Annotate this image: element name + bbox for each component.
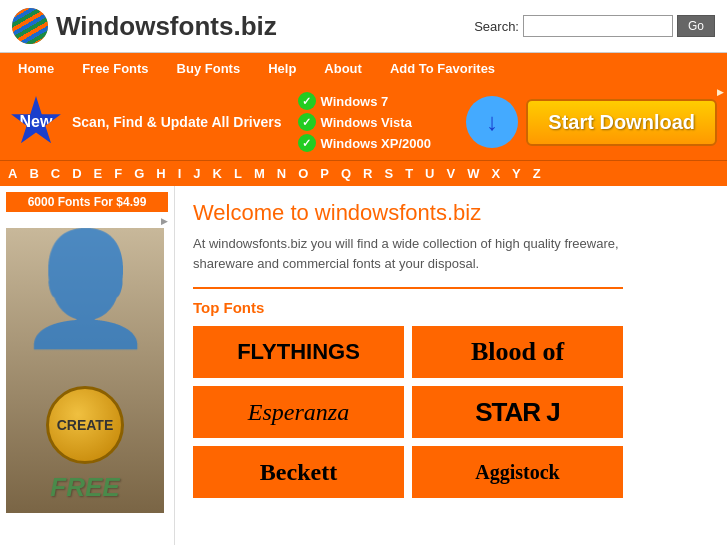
font-name: Beckett — [260, 459, 337, 486]
welcome-description: At windowsfonts.biz you will find a wide… — [193, 234, 623, 273]
alpha-letter-E[interactable]: E — [88, 164, 109, 183]
start-download-button[interactable]: Start Download — [526, 99, 717, 146]
alpha-letter-Z[interactable]: Z — [527, 164, 547, 183]
nav-item-home[interactable]: Home — [4, 53, 68, 84]
alpha-letter-Q[interactable]: Q — [335, 164, 357, 183]
page-header: Windowsfonts.biz Search: Go — [0, 0, 727, 53]
download-button-area: ↓ Start Download — [466, 96, 717, 148]
check-icon: ✓ — [298, 134, 316, 152]
search-button[interactable]: Go — [677, 15, 715, 37]
alpha-letter-J[interactable]: J — [187, 164, 206, 183]
alpha-letter-T[interactable]: T — [399, 164, 419, 183]
section-divider — [193, 287, 623, 289]
logo-icon — [12, 8, 48, 44]
check-icon: ✓ — [298, 113, 316, 131]
sidebar-ad-image: 👤 CREATE FREE — [6, 228, 164, 513]
alpha-letter-N[interactable]: N — [271, 164, 292, 183]
alpha-letter-Y[interactable]: Y — [506, 164, 527, 183]
create-button[interactable]: CREATE — [46, 386, 124, 464]
alpha-letter-K[interactable]: K — [207, 164, 228, 183]
alpha-letter-S[interactable]: S — [378, 164, 399, 183]
alpha-letter-D[interactable]: D — [66, 164, 87, 183]
ad-marker: ▶ — [717, 87, 724, 97]
alpha-letter-B[interactable]: B — [23, 164, 44, 183]
search-input[interactable] — [523, 15, 673, 37]
alpha-letter-L[interactable]: L — [228, 164, 248, 183]
alpha-letter-H[interactable]: H — [150, 164, 171, 183]
font-card[interactable]: Blood of — [412, 326, 623, 378]
alpha-letter-F[interactable]: F — [108, 164, 128, 183]
font-card[interactable]: Beckett — [193, 446, 404, 498]
sidebar-ad-header: 6000 Fonts For $4.99 — [6, 192, 168, 212]
alpha-letter-P[interactable]: P — [314, 164, 335, 183]
alpha-letter-A[interactable]: A — [2, 164, 23, 183]
alpha-letter-I[interactable]: I — [172, 164, 188, 183]
check-label: Windows XP/2000 — [321, 136, 431, 151]
check-icon: ✓ — [298, 92, 316, 110]
content-area: Welcome to windowsfonts.biz At windowsfo… — [175, 186, 727, 545]
font-card[interactable]: FLYTHINGS — [193, 326, 404, 378]
welcome-title: Welcome to windowsfonts.biz — [193, 200, 709, 226]
nav-item-add-favorites[interactable]: Add To Favorites — [376, 53, 509, 84]
nav-item-help[interactable]: Help — [254, 53, 310, 84]
alpha-letter-O[interactable]: O — [292, 164, 314, 183]
font-card[interactable]: STAR J — [412, 386, 623, 438]
check-item: ✓Windows XP/2000 — [298, 134, 431, 152]
nav-item-about[interactable]: About — [310, 53, 376, 84]
free-text: FREE — [50, 472, 119, 503]
alpha-bar: ABCDEFGHIJKLMNOPQRSTUVWXYZ — [0, 160, 727, 186]
alpha-letter-V[interactable]: V — [440, 164, 461, 183]
font-name: Blood of — [471, 337, 564, 367]
banner-checks: ✓Windows 7✓Windows Vista✓Windows XP/2000 — [298, 92, 431, 152]
alpha-letter-M[interactable]: M — [248, 164, 271, 183]
sidebar: 6000 Fonts For $4.99 ▶ 👤 CREATE FREE — [0, 186, 175, 545]
alpha-letter-C[interactable]: C — [45, 164, 66, 183]
alpha-letter-G[interactable]: G — [128, 164, 150, 183]
check-label: Windows Vista — [321, 115, 412, 130]
check-item: ✓Windows 7 — [298, 92, 431, 110]
font-card[interactable]: Esperanza — [193, 386, 404, 438]
font-name: STAR J — [475, 397, 560, 428]
banner-scan-text: Scan, Find & Update All Drivers — [72, 112, 282, 133]
alpha-letter-W[interactable]: W — [461, 164, 485, 183]
fonts-grid: FLYTHINGSBlood ofEsperanzaSTAR JBeckettA… — [193, 326, 623, 498]
nav-item-buy-fonts[interactable]: Buy Fonts — [163, 53, 255, 84]
alpha-letter-U[interactable]: U — [419, 164, 440, 183]
search-area: Search: Go — [474, 15, 715, 37]
check-label: Windows 7 — [321, 94, 389, 109]
top-fonts-heading: Top Fonts — [193, 299, 709, 316]
search-label: Search: — [474, 19, 519, 34]
font-name: Esperanza — [248, 399, 349, 426]
main-content: 6000 Fonts For $4.99 ▶ 👤 CREATE FREE Wel… — [0, 186, 727, 545]
sidebar-ad-triangle: ▶ — [6, 216, 168, 226]
logo-text: Windowsfonts.biz — [56, 11, 277, 42]
banner: New Scan, Find & Update All Drivers ✓Win… — [0, 84, 727, 160]
nav-item-free-fonts[interactable]: Free Fonts — [68, 53, 162, 84]
decorative-figure: 👤 — [17, 233, 154, 343]
alpha-letter-R[interactable]: R — [357, 164, 378, 183]
font-name: Aggistock — [475, 461, 559, 484]
navbar: HomeFree FontsBuy FontsHelpAboutAdd To F… — [0, 53, 727, 84]
check-item: ✓Windows Vista — [298, 113, 431, 131]
logo-area: Windowsfonts.biz — [12, 8, 277, 44]
font-name: FLYTHINGS — [237, 339, 360, 365]
download-icon: ↓ — [466, 96, 518, 148]
new-badge: New — [10, 96, 62, 148]
font-card[interactable]: Aggistock — [412, 446, 623, 498]
alpha-letter-X[interactable]: X — [485, 164, 506, 183]
